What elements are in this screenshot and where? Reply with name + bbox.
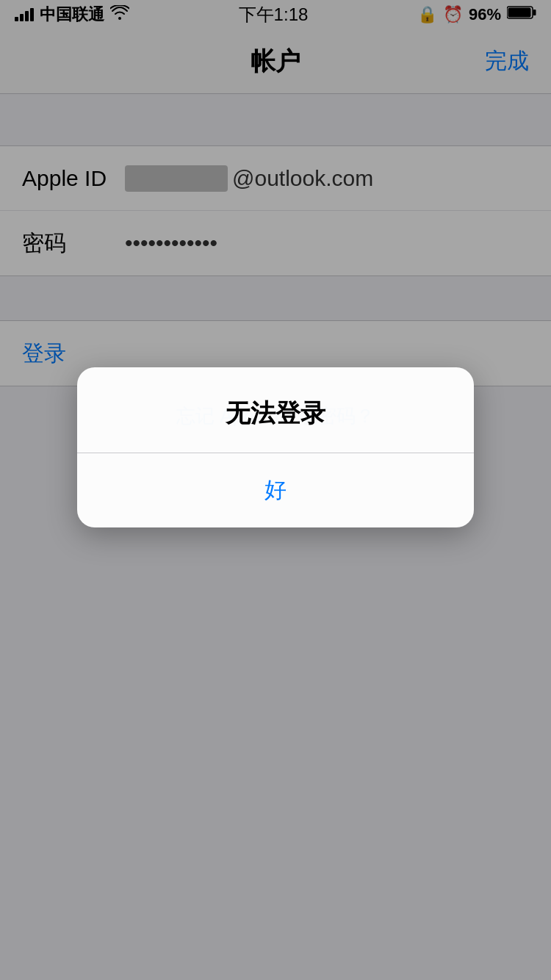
alert-title: 无法登录 xyxy=(77,367,474,453)
alert-ok-button[interactable]: 好 xyxy=(77,453,474,527)
alert-dialog: 无法登录 好 xyxy=(77,367,474,527)
alert-overlay: 无法登录 好 xyxy=(0,0,551,980)
